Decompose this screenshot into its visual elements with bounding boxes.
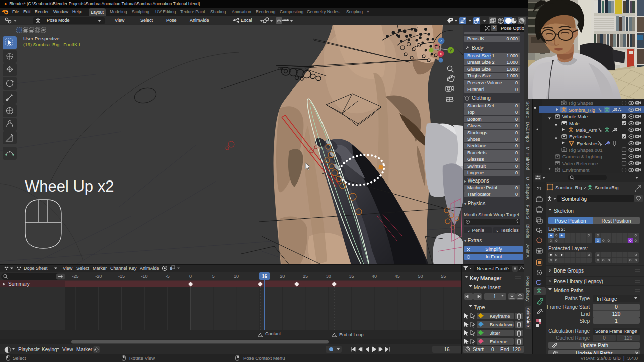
svg-text:Camera & Lighting: Camera & Lighting [562,154,602,159]
svg-text:Pose Library (Legacy): Pose Library (Legacy) [554,279,603,284]
svg-text:0: 0 [491,347,494,352]
svg-text:Channel: Channel [110,266,127,271]
svg-text:End of Loop: End of Loop [339,332,364,337]
svg-text:Extreme: Extreme [490,339,507,344]
svg-text:Z: Z [440,39,443,43]
svg-text:End: End [500,347,509,352]
svg-text:-10: -10 [141,274,148,279]
svg-text:Sombra_Rig: Sombra_Rig [555,185,582,190]
svg-text:Key Manager: Key Manager [470,276,501,281]
svg-text:End: End [581,311,590,317]
svg-text:Rig Shapes: Rig Shapes [569,100,593,106]
svg-text:Male: Male [569,121,580,126]
svg-text:25: 25 [303,274,308,279]
svg-text:Male_Arm: Male_Arm [576,127,597,133]
svg-text:16: 16 [262,274,268,279]
svg-text:0: 0 [189,274,192,279]
svg-text:Update Path: Update Path [580,343,608,348]
svg-text:Keyframe: Keyframe [490,313,510,319]
svg-text:Skeleton: Skeleton [554,208,574,214]
svg-text:In Range: In Range [597,296,617,302]
svg-text:1: 1 [493,294,496,299]
svg-text:Rig Shapes.001: Rig Shapes.001 [569,147,603,153]
svg-text:Breakdown: Breakdown [490,322,514,327]
svg-text:Jitter: Jitter [490,330,500,336]
svg-text:Paths Type: Paths Type [565,296,590,301]
svg-text:Dope Sheet: Dope Sheet [24,266,48,271]
svg-text:Motion Paths: Motion Paths [554,288,583,293]
svg-text:16: 16 [444,347,450,352]
svg-text:Scene Frame Range: Scene Frame Range [595,329,637,334]
svg-text:Eyelashes: Eyelashes [577,141,599,146]
svg-text:SombraRig: SombraRig [595,185,619,190]
svg-text:Playback: Playback [18,347,39,352]
svg-text:Move-Insert: Move-Insert [474,285,501,290]
svg-text:Sombra_Rig: Sombra_Rig [569,107,595,113]
svg-text:Rest Position: Rest Position [602,218,631,224]
svg-text:Cached Range: Cached Range [556,335,590,341]
svg-text:Marker: Marker [76,347,93,352]
svg-text:View: View [62,347,73,352]
svg-text:Step: Step [579,318,590,324]
svg-text:20: 20 [280,274,285,279]
svg-text:Y: Y [449,48,452,53]
svg-text:-15: -15 [118,274,125,279]
svg-text:Protected Layers:: Protected Layers: [548,246,588,251]
svg-text:Summary: Summary [8,281,30,287]
svg-text:Eyelashes: Eyelashes [569,134,591,139]
svg-text:Marker: Marker [93,266,107,271]
svg-text:Video Reference: Video Reference [562,161,598,166]
svg-text:55: 55 [441,274,446,279]
svg-text:Whole Male: Whole Male [562,114,588,119]
svg-text:Keying: Keying [42,347,57,352]
svg-text:SombraRig: SombraRig [561,196,587,202]
svg-text:120: 120 [624,335,633,341]
svg-text:View: View [63,266,73,271]
svg-text:120: 120 [512,347,521,352]
svg-text:Environment: Environment [562,167,590,173]
svg-text:Nearest Frame: Nearest Frame [477,266,509,272]
svg-text:Type: Type [474,305,485,310]
svg-text:45: 45 [395,274,400,279]
svg-text:10: 10 [234,274,239,279]
svg-text:AnimAide: AnimAide [140,266,159,271]
svg-text:35: 35 [349,274,354,279]
svg-text:-20: -20 [95,274,102,279]
svg-text:1: 1 [615,318,618,324]
svg-text:-25: -25 [72,274,78,279]
svg-text:Bone Groups: Bone Groups [554,268,584,274]
svg-text:Start: Start [473,347,484,352]
svg-text:-5: -5 [166,274,170,279]
svg-text:0: 0 [603,335,606,341]
svg-text:Frame Range Start: Frame Range Start [547,304,590,310]
svg-text:Calculation Range: Calculation Range [548,328,590,334]
svg-text:X: X [439,52,442,56]
svg-text:Pose Position: Pose Position [555,218,586,224]
svg-text:30: 30 [326,274,331,279]
svg-text:50: 50 [418,274,423,279]
svg-text:5: 5 [212,274,215,279]
svg-text:Key: Key [129,266,137,271]
svg-text:0: 0 [615,304,618,310]
svg-text:120: 120 [612,311,621,317]
svg-text:Select: Select [76,266,90,271]
svg-text:Contact: Contact [265,331,281,336]
svg-text:Layers:: Layers: [548,226,565,232]
svg-text:40: 40 [372,274,377,279]
